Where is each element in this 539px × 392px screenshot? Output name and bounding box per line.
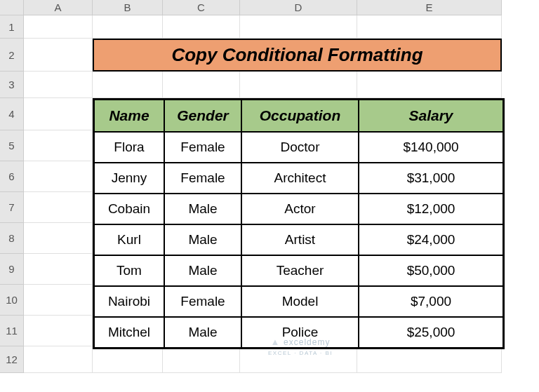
- table-cell[interactable]: $12,000: [359, 194, 503, 224]
- table-cell[interactable]: Model: [241, 286, 359, 317]
- table-cell[interactable]: Architect: [241, 163, 359, 194]
- table-cell[interactable]: Actor: [241, 194, 359, 224]
- column-header-e[interactable]: E: [357, 0, 502, 15]
- cell-D3[interactable]: [240, 72, 357, 98]
- column-header-c[interactable]: C: [163, 0, 240, 15]
- table-row: KurlMaleArtist$24,000: [94, 224, 503, 255]
- table-row: JennyFemaleArchitect$31,000: [94, 163, 503, 194]
- table-cell[interactable]: Nairobi: [94, 286, 164, 317]
- cell-A3[interactable]: [24, 72, 93, 98]
- row-header-11[interactable]: 11: [0, 316, 24, 346]
- table-cell[interactable]: Male: [164, 255, 241, 286]
- table-cell[interactable]: Artist: [241, 224, 359, 255]
- cell-E12[interactable]: [357, 346, 502, 373]
- row-header-4[interactable]: 4: [0, 98, 24, 130]
- cell-A4[interactable]: [24, 98, 93, 130]
- row-header-12[interactable]: 12: [0, 346, 24, 373]
- cell-A5[interactable]: [24, 130, 93, 161]
- table-cell[interactable]: Female: [164, 163, 241, 194]
- cell-C3[interactable]: [163, 72, 240, 98]
- cell-A6[interactable]: [24, 161, 93, 192]
- table-cell[interactable]: Jenny: [94, 163, 164, 194]
- table-cell[interactable]: $140,000: [359, 132, 503, 163]
- row-header-2[interactable]: 2: [0, 39, 24, 72]
- column-header-b[interactable]: B: [93, 0, 163, 15]
- cell-E3[interactable]: [357, 72, 502, 98]
- table-cell[interactable]: Male: [164, 194, 241, 224]
- table-cell[interactable]: Teacher: [241, 255, 359, 286]
- row-header-1[interactable]: 1: [0, 15, 24, 39]
- table-header-name[interactable]: Name: [94, 100, 164, 132]
- table-cell[interactable]: Flora: [94, 132, 164, 163]
- table-header-occupation[interactable]: Occupation: [241, 100, 359, 132]
- row-header-6[interactable]: 6: [0, 161, 24, 192]
- cell-B1[interactable]: [93, 15, 163, 39]
- cell-A10[interactable]: [24, 285, 93, 316]
- cell-D12[interactable]: [240, 346, 357, 373]
- table-row: FloraFemaleDoctor$140,000: [94, 132, 503, 163]
- table-cell[interactable]: Female: [164, 286, 241, 317]
- row-header-8[interactable]: 8: [0, 223, 24, 254]
- title-merged-cell[interactable]: Copy Conditional Formatting: [93, 39, 502, 72]
- table-cell[interactable]: $31,000: [359, 163, 503, 194]
- title-text: Copy Conditional Formatting: [171, 44, 422, 66]
- row-header-7[interactable]: 7: [0, 192, 24, 223]
- table-cell[interactable]: Kurl: [94, 224, 164, 255]
- row-header-5[interactable]: 5: [0, 130, 24, 161]
- table-header-gender[interactable]: Gender: [164, 100, 241, 132]
- table-row: TomMaleTeacher$50,000: [94, 255, 503, 286]
- cell-A1[interactable]: [24, 15, 93, 39]
- table-cell[interactable]: Cobain: [94, 194, 164, 224]
- cell-E1[interactable]: [357, 15, 502, 39]
- table-row: CobainMaleActor$12,000: [94, 194, 503, 224]
- cell-A12[interactable]: [24, 346, 93, 373]
- column-header-d[interactable]: D: [240, 0, 357, 15]
- cell-B3[interactable]: [93, 72, 163, 98]
- table-row: NairobiFemaleModel$7,000: [94, 286, 503, 317]
- table-cell[interactable]: $7,000: [359, 286, 503, 317]
- cell-D1[interactable]: [240, 15, 357, 39]
- row-headers: 123456789101112: [0, 15, 24, 373]
- column-headers: ABCDE: [24, 0, 502, 15]
- row-header-10[interactable]: 10: [0, 285, 24, 316]
- table-cell[interactable]: Police: [241, 317, 359, 348]
- table-cell[interactable]: Tom: [94, 255, 164, 286]
- table-cell[interactable]: Male: [164, 224, 241, 255]
- row-header-9[interactable]: 9: [0, 254, 24, 285]
- data-table: NameGenderOccupationSalaryFloraFemaleDoc…: [93, 98, 505, 349]
- table-row: MitchelMalePolice$25,000: [94, 317, 503, 348]
- table-cell[interactable]: Female: [164, 132, 241, 163]
- row-header-3[interactable]: 3: [0, 72, 24, 98]
- cell-A9[interactable]: [24, 254, 93, 285]
- table-cell[interactable]: Male: [164, 317, 241, 348]
- cell-A11[interactable]: [24, 316, 93, 346]
- table-cell[interactable]: $24,000: [359, 224, 503, 255]
- table-cell[interactable]: $25,000: [359, 317, 503, 348]
- cell-C1[interactable]: [163, 15, 240, 39]
- spreadsheet: ABCDE 123456789101112 Copy Conditional F…: [0, 0, 539, 392]
- cell-C12[interactable]: [163, 346, 240, 373]
- table-cell[interactable]: $50,000: [359, 255, 503, 286]
- cell-A2[interactable]: [24, 39, 93, 72]
- cell-A8[interactable]: [24, 223, 93, 254]
- table-header-salary[interactable]: Salary: [359, 100, 503, 132]
- table-cell[interactable]: Mitchel: [94, 317, 164, 348]
- column-header-a[interactable]: A: [24, 0, 93, 15]
- cell-B12[interactable]: [93, 346, 163, 373]
- select-all-corner[interactable]: [0, 0, 24, 15]
- cell-A7[interactable]: [24, 192, 93, 223]
- table-cell[interactable]: Doctor: [241, 132, 359, 163]
